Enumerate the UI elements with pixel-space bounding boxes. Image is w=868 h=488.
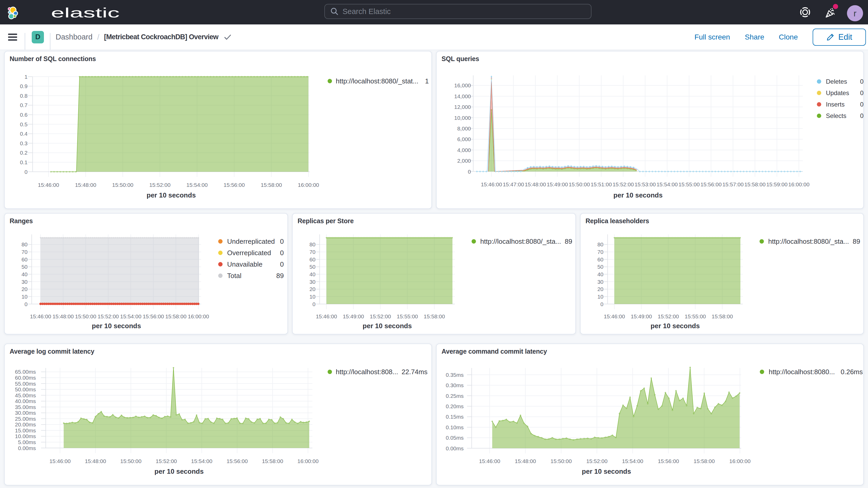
svg-text:15:46:00: 15:46:00 [481, 181, 502, 187]
svg-text:16:00:00: 16:00:00 [297, 458, 319, 464]
svg-text:15:48:00: 15:48:00 [53, 313, 74, 319]
svg-text:15.00ms: 15.00ms [15, 427, 36, 433]
svg-text:15:48:00: 15:48:00 [85, 458, 106, 464]
svg-text:0.26ms: 0.26ms [841, 368, 863, 376]
svg-text:60: 60 [22, 256, 28, 263]
svg-text:15:46:00: 15:46:00 [38, 182, 59, 188]
svg-text:20: 20 [310, 286, 315, 292]
svg-text:0: 0 [860, 89, 863, 96]
svg-text:0: 0 [860, 78, 863, 85]
svg-text:0.20ms: 0.20ms [446, 403, 464, 409]
svg-text:40.00ms: 40.00ms [15, 398, 36, 404]
svg-text:35.00ms: 35.00ms [15, 404, 36, 410]
svg-text:30: 30 [597, 279, 603, 285]
svg-text:55.00ms: 55.00ms [15, 381, 36, 387]
svg-text:40: 40 [22, 271, 28, 277]
svg-text:15:54:00: 15:54:00 [622, 458, 644, 464]
svg-text:40: 40 [310, 271, 315, 277]
svg-text:0.10ms: 0.10ms [446, 424, 464, 430]
svg-text:Deletes: Deletes [826, 78, 847, 85]
svg-text:15:47:00: 15:47:00 [503, 181, 524, 187]
svg-text:15:52:00: 15:52:00 [149, 182, 170, 188]
svg-text:http://localhost:808...: http://localhost:808... [336, 368, 398, 376]
svg-text:0: 0 [280, 261, 284, 268]
svg-text:20.00ms: 20.00ms [15, 422, 36, 427]
svg-text:15:50:00: 15:50:00 [75, 313, 96, 319]
svg-text:60.00ms: 60.00ms [15, 375, 36, 381]
svg-text:0.00ms: 0.00ms [446, 446, 464, 451]
svg-text:0.35ms: 0.35ms [446, 372, 464, 378]
svg-text:Inserts: Inserts [826, 101, 845, 108]
svg-text:15:53:00: 15:53:00 [634, 181, 656, 187]
svg-text:15:52:00: 15:52:00 [156, 458, 177, 464]
svg-text:1: 1 [425, 77, 429, 85]
svg-text:15:55:00: 15:55:00 [679, 181, 700, 187]
svg-text:per 10 seconds: per 10 seconds [582, 467, 631, 475]
svg-text:1: 1 [24, 74, 28, 80]
svg-text:0: 0 [600, 301, 603, 307]
svg-text:15:49:00: 15:49:00 [343, 313, 364, 319]
svg-text:40: 40 [597, 271, 603, 277]
svg-text:15:50:00: 15:50:00 [569, 181, 590, 187]
svg-text:0.8: 0.8 [20, 93, 28, 99]
svg-text:0.9: 0.9 [20, 83, 28, 89]
svg-text:0.00ms: 0.00ms [18, 445, 36, 451]
svg-text:15:58:00: 15:58:00 [262, 458, 283, 464]
svg-text:16:00:00: 16:00:00 [188, 313, 209, 319]
svg-text:15:50:00: 15:50:00 [120, 458, 142, 464]
svg-text:4,000: 4,000 [457, 147, 471, 153]
svg-text:16:00:00: 16:00:00 [298, 182, 319, 188]
svg-text:15:46:00: 15:46:00 [50, 458, 71, 464]
svg-text:Overreplicated: Overreplicated [227, 249, 271, 257]
svg-text:15:51:00: 15:51:00 [591, 181, 612, 187]
svg-text:per 10 seconds: per 10 seconds [363, 322, 412, 330]
svg-text:15:56:00: 15:56:00 [227, 458, 248, 464]
svg-text:0: 0 [24, 301, 28, 307]
svg-text:89: 89 [276, 272, 284, 280]
svg-text:0: 0 [280, 249, 284, 257]
svg-text:10.00ms: 10.00ms [15, 433, 36, 439]
svg-text:15:52:00: 15:52:00 [613, 181, 634, 187]
svg-text:60: 60 [310, 256, 315, 263]
svg-text:15:52:00: 15:52:00 [586, 458, 608, 464]
svg-text:per 10 seconds: per 10 seconds [650, 322, 700, 330]
svg-text:15:52:00: 15:52:00 [98, 313, 119, 319]
svg-text:0: 0 [24, 169, 28, 175]
svg-text:8,000: 8,000 [457, 125, 471, 131]
svg-text:16,000: 16,000 [454, 82, 471, 88]
svg-text:Selects: Selects [826, 112, 846, 119]
svg-text:per 10 seconds: per 10 seconds [147, 191, 196, 199]
svg-text:15:56:00: 15:56:00 [658, 458, 679, 464]
svg-text:15:58:00: 15:58:00 [744, 181, 766, 187]
svg-text:15:46:00: 15:46:00 [604, 313, 625, 319]
svg-text:0.4: 0.4 [20, 131, 28, 137]
svg-text:0.15ms: 0.15ms [446, 414, 464, 420]
svg-text:15:50:00: 15:50:00 [551, 458, 572, 464]
svg-text:15:54:00: 15:54:00 [120, 313, 142, 319]
svg-text:15:54:00: 15:54:00 [186, 182, 208, 188]
svg-text:0.5: 0.5 [20, 121, 28, 127]
svg-text:Total: Total [227, 272, 241, 280]
svg-text:14,000: 14,000 [454, 93, 471, 99]
svg-text:10,000: 10,000 [454, 115, 471, 121]
svg-text:per 10 seconds: per 10 seconds [92, 322, 141, 330]
svg-text:50: 50 [597, 264, 603, 270]
svg-text:15:46:00: 15:46:00 [479, 458, 500, 464]
svg-text:http://localhost:8080/_sta...: http://localhost:8080/_sta... [480, 238, 561, 245]
svg-text:0.25ms: 0.25ms [446, 393, 464, 399]
svg-text:50: 50 [22, 264, 28, 270]
svg-text:0: 0 [860, 112, 863, 119]
svg-text:15:58:00: 15:58:00 [261, 182, 282, 188]
svg-text:15:58:00: 15:58:00 [424, 313, 445, 319]
svg-text:0: 0 [468, 169, 471, 175]
svg-text:15:59:00: 15:59:00 [766, 181, 788, 187]
svg-text:0: 0 [860, 101, 863, 108]
svg-text:15:56:00: 15:56:00 [223, 182, 245, 188]
svg-text:15:58:00: 15:58:00 [712, 313, 733, 319]
svg-text:http://localhost:8080...: http://localhost:8080... [769, 368, 835, 376]
svg-text:http://localhost:8080/_stat...: http://localhost:8080/_stat... [336, 77, 418, 85]
svg-text:15:52:00: 15:52:00 [658, 313, 679, 319]
svg-text:15:55:00: 15:55:00 [685, 313, 706, 319]
svg-text:15:52:00: 15:52:00 [370, 313, 391, 319]
svg-text:22.74ms: 22.74ms [402, 368, 428, 376]
